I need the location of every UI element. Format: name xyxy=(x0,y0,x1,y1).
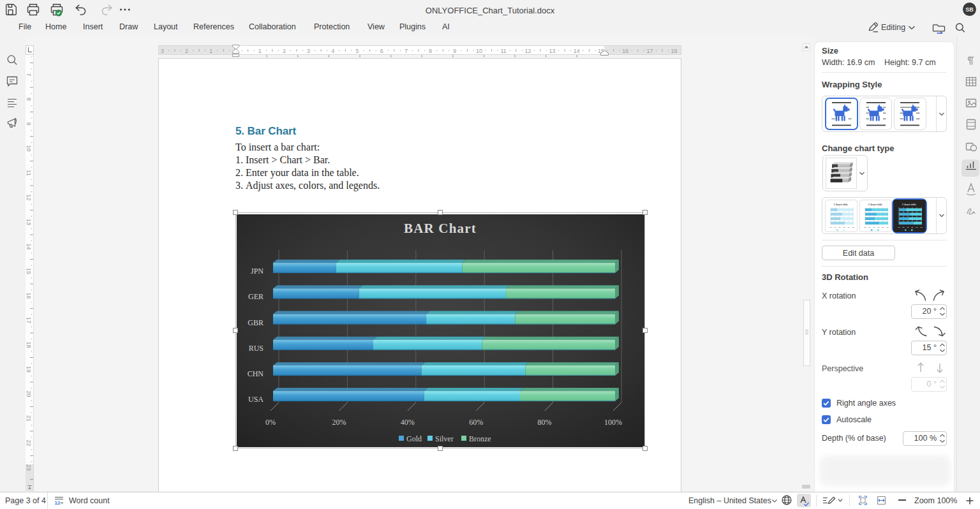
svg-text:16: 16 xyxy=(26,292,32,299)
svg-text:22: 22 xyxy=(26,439,32,446)
svg-text:20: 20 xyxy=(26,390,32,397)
svg-text:23: 23 xyxy=(26,464,32,471)
svg-text:2: 2 xyxy=(283,48,286,54)
svg-text:8: 8 xyxy=(26,98,32,101)
svg-text:1: 1 xyxy=(209,48,212,54)
svg-text:9: 9 xyxy=(453,48,456,54)
svg-text:2: 2 xyxy=(185,48,188,54)
svg-text:4: 4 xyxy=(331,48,334,54)
svg-text:18: 18 xyxy=(26,341,32,348)
svg-text:13: 13 xyxy=(26,219,32,225)
svg-text:Chart title: Chart title xyxy=(902,203,917,206)
svg-text:7: 7 xyxy=(26,73,32,76)
svg-text:15: 15 xyxy=(26,268,32,274)
svg-text:3: 3 xyxy=(307,48,310,54)
svg-text:10: 10 xyxy=(26,145,32,151)
svg-text:Chart title: Chart title xyxy=(868,203,883,206)
svg-text:11: 11 xyxy=(26,170,32,175)
svg-text:3: 3 xyxy=(161,48,164,54)
svg-text:16: 16 xyxy=(622,48,628,54)
svg-text:21: 21 xyxy=(26,415,32,422)
svg-text:11: 11 xyxy=(501,48,507,54)
svg-text:12: 12 xyxy=(26,194,32,200)
svg-text:6: 6 xyxy=(380,48,383,54)
svg-text:10: 10 xyxy=(476,48,482,54)
svg-text:14: 14 xyxy=(26,243,32,249)
svg-text:8: 8 xyxy=(429,48,432,54)
svg-text:18: 18 xyxy=(671,48,678,54)
svg-text:12: 12 xyxy=(524,48,531,54)
svg-text:19: 19 xyxy=(26,366,32,373)
svg-text:9: 9 xyxy=(26,122,32,125)
svg-text:5: 5 xyxy=(355,48,359,54)
svg-text:17: 17 xyxy=(26,317,32,323)
svg-text:17: 17 xyxy=(646,48,653,54)
svg-text:7: 7 xyxy=(405,48,408,54)
svg-text:12: 12 xyxy=(55,500,61,506)
svg-text:13: 13 xyxy=(549,48,556,54)
svg-text:14: 14 xyxy=(574,48,580,54)
svg-text:Chart title: Chart title xyxy=(834,203,849,206)
svg-text:1: 1 xyxy=(258,48,262,54)
